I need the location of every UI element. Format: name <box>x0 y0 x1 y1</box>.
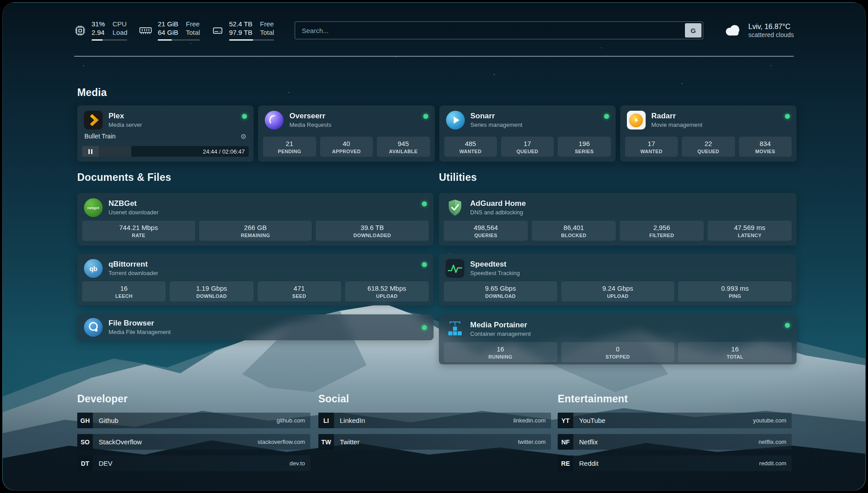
section-title-developer: Developer <box>77 393 128 405</box>
cpu-load-label: Load <box>113 29 127 37</box>
status-dot <box>422 325 427 330</box>
developer-links: GH Github github.com SO StackOverflow st… <box>77 413 310 477</box>
playback-progress[interactable]: 24:44 / 02:06:47 <box>82 146 249 157</box>
status-dot <box>422 201 427 206</box>
stat-queued: 22 QUEUED <box>682 137 734 157</box>
search-engine-button[interactable]: G <box>685 23 701 38</box>
disk-progress-fill <box>229 39 254 41</box>
link-row-youtube[interactable]: YT YouTube youtube.com <box>558 413 792 428</box>
link-badge: NF <box>558 434 573 450</box>
stat-latency: 47.569 ms LATENCY <box>708 221 792 241</box>
link-name: DEV <box>99 460 113 467</box>
link-row-dev[interactable]: DT DEV dev.to <box>77 455 310 471</box>
app-card-overseerr[interactable]: Overseerr Media Requests 21 PENDING 40 A… <box>258 105 434 162</box>
app-card-adguard[interactable]: AdGuard Home DNS and adblocking 498,564 … <box>439 193 797 246</box>
memory-progress-fill <box>158 39 171 41</box>
link-domain: reddit.com <box>759 460 786 467</box>
stat-available: 945 AVAILABLE <box>377 137 430 157</box>
stars <box>3 3 4 4</box>
app-card-plex[interactable]: Plex Media server Bullet Train ⚙ 24:44 / <box>77 105 254 162</box>
status-dot <box>423 114 428 119</box>
app-subtitle: Media server <box>108 121 236 129</box>
stat-approved: 40 APPROVED <box>320 137 373 157</box>
cloud-icon <box>723 24 743 37</box>
cpu-progress-bar <box>92 39 127 41</box>
app-name: AdGuard Home <box>470 199 790 208</box>
section-title-documents: Documents & Files <box>77 171 171 184</box>
app-card-speedtest[interactable]: Speedtest Speedtest Tracking 9.65 Gbps D… <box>439 254 797 305</box>
header-divider <box>74 56 794 57</box>
disk-widget: 52.4 TB 97.9 TB Free Total <box>212 20 274 41</box>
link-badge: LI <box>318 413 334 428</box>
cpu-widget: 31% 2.94 CPU Load <box>74 20 127 41</box>
app-card-radarr[interactable]: Radarr Movie management 17 WANTED 22 QUE… <box>620 105 797 162</box>
status-dot <box>422 262 427 267</box>
gear-icon[interactable]: ⚙ <box>241 133 246 140</box>
pause-button[interactable] <box>82 146 99 157</box>
portainer-icon <box>446 320 464 338</box>
app-subtitle: DNS and adblocking <box>470 209 790 216</box>
link-row-netflix[interactable]: NF Netflix netflix.com <box>558 434 792 450</box>
app-subtitle: Torrent downloader <box>108 270 416 277</box>
top-bar: 31% 2.94 CPU Load <box>74 16 794 45</box>
stat-queued: 17 QUEUED <box>501 137 554 157</box>
app-name: Speedtest <box>470 260 790 269</box>
app-card-sonarr[interactable]: Sonarr Series management 485 WANTED 17 Q… <box>439 105 616 162</box>
link-badge: YT <box>558 413 573 428</box>
link-badge: DT <box>77 455 93 471</box>
link-row-stackoverflow[interactable]: SO StackOverflow stackoverflow.com <box>77 434 310 450</box>
link-name: StackOverflow <box>99 438 142 446</box>
cpu-load-value: 2.94 <box>92 29 105 37</box>
pause-icon <box>88 149 90 154</box>
link-row-github[interactable]: GH Github github.com <box>77 413 310 428</box>
weather-condition: scattered clouds <box>748 31 794 38</box>
app-card-qbittorrent[interactable]: qb qBittorrent Torrent downloader 16 LEE… <box>77 254 434 305</box>
app-name: File Browser <box>108 319 416 328</box>
app-name: Sonarr <box>471 112 598 121</box>
playback-progress-fill <box>99 146 131 157</box>
link-row-linkedin[interactable]: LI LinkedIn linkedin.com <box>318 413 551 428</box>
status-dot <box>242 114 247 119</box>
link-domain: stackoverflow.com <box>258 439 305 445</box>
memory-total-value: 64 GiB <box>158 29 178 37</box>
section-title-social: Social <box>318 393 349 405</box>
status-dot <box>604 114 609 119</box>
stat-running: 16 RUNNING <box>444 342 557 362</box>
app-card-nzbget[interactable]: nzbget NZBGet Usenet downloader 744.21 M… <box>77 193 434 246</box>
link-badge: SO <box>77 434 93 450</box>
link-badge: TW <box>318 434 334 450</box>
disk-free-value: 52.4 TB <box>229 20 252 29</box>
link-name: Github <box>99 417 118 424</box>
link-row-reddit[interactable]: RE Reddit reddit.com <box>558 455 792 471</box>
now-playing-title: Bullet Train <box>84 133 116 140</box>
filebrowser-icon <box>84 318 103 337</box>
stat-leech: 16 LEECH <box>82 281 166 301</box>
app-card-portainer[interactable]: Media Portainer Container management 16 … <box>439 314 797 364</box>
stat-total: 16 TOTAL <box>678 342 792 362</box>
cpu-usage-value: 31% <box>92 20 105 29</box>
memory-free-value: 21 GiB <box>158 20 178 29</box>
cpu-label: CPU <box>113 20 127 29</box>
stat-series: 196 SERIES <box>558 137 610 157</box>
app-subtitle: Container management <box>470 330 779 338</box>
disk-progress-bar <box>229 39 274 41</box>
weather-widget: Lviv, 16.87°C scattered clouds <box>723 22 794 39</box>
stat-ping: 0.993 ms PING <box>678 281 792 301</box>
plex-icon <box>84 111 103 130</box>
stat-stopped: 0 STOPPED <box>561 342 675 362</box>
sonarr-icon <box>446 111 465 130</box>
app-name: Radarr <box>651 112 779 121</box>
app-card-filebrowser[interactable]: File Browser Media File Management <box>77 314 434 340</box>
system-monitors: 31% 2.94 CPU Load <box>74 20 274 41</box>
stat-wanted: 17 WANTED <box>625 137 678 157</box>
link-name: Reddit <box>579 460 598 467</box>
link-domain: linkedin.com <box>513 417 546 424</box>
app-name: qBittorrent <box>108 260 416 269</box>
link-row-twitter[interactable]: TW Twitter twitter.com <box>318 434 551 450</box>
link-name: YouTube <box>579 417 605 424</box>
app-subtitle: Media Requests <box>289 121 417 129</box>
cpu-progress-fill <box>92 39 103 41</box>
stat-upload: 9.24 Gbps UPLOAD <box>561 281 675 301</box>
search-input[interactable] <box>296 27 685 34</box>
search-bar: G <box>295 21 703 39</box>
